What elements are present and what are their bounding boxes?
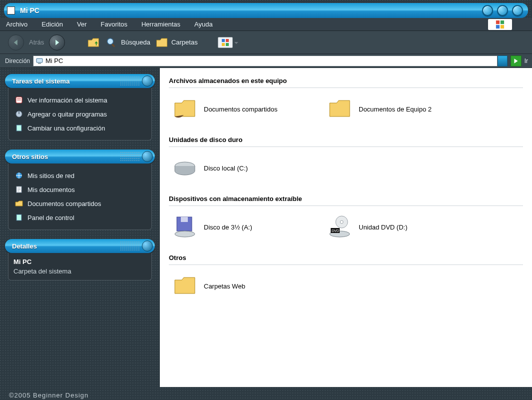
settings-icon xyxy=(14,124,23,132)
folder-up-icon xyxy=(87,36,100,49)
system-icon xyxy=(7,6,15,14)
search-icon xyxy=(105,36,118,49)
svg-rect-2 xyxy=(496,24,500,28)
menu-edicion[interactable]: Edición xyxy=(41,20,63,28)
svg-rect-11 xyxy=(16,125,21,131)
computer-icon xyxy=(35,57,43,65)
svg-rect-5 xyxy=(111,44,115,47)
programs-icon xyxy=(14,110,23,118)
svg-rect-6 xyxy=(36,58,42,62)
maximize-button[interactable] xyxy=(497,5,508,16)
sidebar-item-add-remove[interactable]: Agregar o quitar programas xyxy=(13,107,146,121)
section-header: Dispositivos con almacenamiento extraíbl… xyxy=(169,193,523,206)
titlebar: Mi PC xyxy=(4,3,528,18)
footer-credit: ©2005 Beginner Design xyxy=(9,392,88,399)
panel-header[interactable]: Otros sitios xyxy=(5,150,155,164)
item-dvd-d[interactable]: DVD Unidad DVD (D:) xyxy=(327,214,462,240)
panel-header[interactable]: Tareas del sistema xyxy=(5,74,155,88)
grip-icon xyxy=(120,241,140,251)
section-header: Otros xyxy=(169,252,523,265)
svg-rect-0 xyxy=(496,20,500,24)
grip-icon xyxy=(120,76,140,86)
item-documentos-compartidos[interactable]: Documentos compartidos xyxy=(172,96,307,122)
panel-otros-sitios: Otros sitios Mis sitios de red Mis docum… xyxy=(5,150,155,230)
content-area: Archivos almacenados en este equipo Docu… xyxy=(160,68,532,387)
folders-label: Carpetas xyxy=(171,38,198,46)
address-input[interactable]: Mi PC xyxy=(33,56,498,66)
panel-detalles: Detalles Mi PC Carpeta del sistema xyxy=(5,239,155,280)
item-floppy-a[interactable]: Disco de 3½ (A:) xyxy=(172,214,307,240)
svg-point-18 xyxy=(175,231,195,237)
folder-icon xyxy=(327,96,353,122)
toolbar: Atrás Búsqueda Carpetas xyxy=(0,31,532,54)
back-button[interactable] xyxy=(8,34,24,50)
svg-point-4 xyxy=(107,38,113,44)
dvd-icon: DVD xyxy=(327,214,353,240)
views-button[interactable] xyxy=(218,37,233,48)
hdd-icon xyxy=(172,155,198,181)
back-label: Atrás xyxy=(29,38,44,46)
details-name: Mi PC xyxy=(13,258,146,266)
svg-point-20 xyxy=(340,220,343,224)
svg-rect-1 xyxy=(501,20,504,24)
collapse-icon[interactable] xyxy=(142,76,153,86)
address-value: Mi PC xyxy=(45,57,63,64)
window-title: Mi PC xyxy=(20,6,39,14)
svg-text:DVD: DVD xyxy=(332,229,339,232)
address-bar: Dirección Mi PC Ir xyxy=(0,54,532,68)
close-button[interactable] xyxy=(512,5,523,16)
sidebar-item-network[interactable]: Mis sitios de red xyxy=(13,168,146,182)
svg-rect-14 xyxy=(16,214,21,220)
collapse-icon[interactable] xyxy=(142,151,153,162)
section-header: Unidades de disco duro xyxy=(169,134,523,147)
item-carpetas-web[interactable]: Carpetas Web xyxy=(172,273,307,299)
minimize-button[interactable] xyxy=(482,5,493,16)
info-icon xyxy=(14,96,23,104)
network-icon xyxy=(14,171,23,180)
menu-herramientas[interactable]: Herramientas xyxy=(141,20,180,28)
sidebar-item-my-documents[interactable]: Mis documentos xyxy=(13,182,146,196)
up-folder-button[interactable] xyxy=(87,36,100,49)
documents-icon xyxy=(14,185,23,194)
sidebar-item-control-panel[interactable]: Panel de control xyxy=(13,210,146,224)
collapse-icon[interactable] xyxy=(142,240,153,252)
address-label: Dirección xyxy=(5,58,30,64)
address-dropdown[interactable] xyxy=(498,56,508,66)
sidebar: Tareas del sistema Ver información del s… xyxy=(0,68,160,387)
sidebar-item-shared-docs[interactable]: Documentos compartidos xyxy=(13,196,146,210)
svg-rect-3 xyxy=(501,24,504,28)
forward-button[interactable] xyxy=(49,34,65,50)
panel-tareas-sistema: Tareas del sistema Ver información del s… xyxy=(5,74,155,140)
panel-header[interactable]: Detalles xyxy=(5,239,155,253)
menu-archivo[interactable]: Archivo xyxy=(6,20,27,28)
go-label: Ir xyxy=(525,58,528,64)
sidebar-item-change-setting[interactable]: Cambiar una configuración xyxy=(13,121,146,135)
search-button[interactable]: Búsqueda xyxy=(105,36,150,49)
search-label: Búsqueda xyxy=(121,38,150,46)
svg-rect-10 xyxy=(18,111,19,114)
menubar: Archivo Edición Ver Favoritos Herramient… xyxy=(0,18,532,31)
menu-ayuda[interactable]: Ayuda xyxy=(194,20,213,28)
item-disco-local-c[interactable]: Disco local (C:) xyxy=(172,155,307,181)
svg-rect-17 xyxy=(181,217,188,222)
grip-icon xyxy=(120,152,140,162)
sidebar-item-system-info[interactable]: Ver información del sistema xyxy=(13,93,146,107)
folders-button[interactable]: Carpetas xyxy=(155,36,198,49)
details-type: Carpeta del sistema xyxy=(13,268,146,275)
folder-icon xyxy=(172,273,198,299)
svg-rect-7 xyxy=(38,63,41,64)
shared-folder-icon xyxy=(172,96,198,122)
section-header: Archivos almacenados en este equipo xyxy=(169,75,523,88)
windows-logo-icon xyxy=(488,19,512,30)
folder-icon xyxy=(14,199,23,208)
floppy-icon xyxy=(172,214,198,240)
item-documentos-equipo2[interactable]: Documentos de Equipo 2 xyxy=(327,96,462,122)
menu-ver[interactable]: Ver xyxy=(77,20,87,28)
menu-favoritos[interactable]: Favoritos xyxy=(101,20,127,28)
go-button[interactable] xyxy=(511,56,522,66)
control-panel-icon xyxy=(14,213,23,222)
folders-icon xyxy=(155,36,168,49)
views-icon xyxy=(222,39,229,46)
